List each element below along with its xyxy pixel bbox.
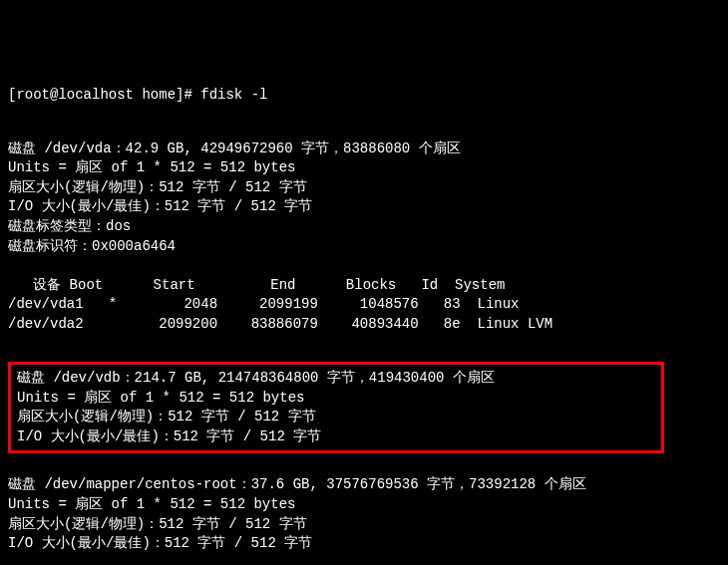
- disk-centos-root-io-size: I/O 大小(最小/最佳)：512 字节 / 512 字节: [8, 535, 312, 551]
- disk-vda-identifier: 磁盘标识符：0x000a6464: [8, 238, 176, 254]
- disk-centos-root-sector-size: 扇区大小(逻辑/物理)：512 字节 / 512 字节: [8, 516, 307, 532]
- terminal-prompt[interactable]: [root@localhost home]# fdisk -l: [8, 86, 720, 106]
- disk-vda-units: Units = 扇区 of 1 * 512 = 512 bytes: [8, 159, 295, 175]
- disk-vda-block: 磁盘 /dev/vda：42.9 GB, 42949672960 字节，8388…: [8, 140, 720, 335]
- disk-vdb-sector-size: 扇区大小(逻辑/物理)：512 字节 / 512 字节: [17, 409, 316, 424]
- disk-vda-io-size: I/O 大小(最小/最佳)：512 字节 / 512 字节: [8, 198, 312, 214]
- disk-vda-label-type: 磁盘标签类型：dos: [8, 218, 131, 234]
- highlighted-disk-vdb-block: 磁盘 /dev/vdb：214.7 GB, 214748364800 字节，41…: [8, 362, 664, 453]
- disk-vda-header: 磁盘 /dev/vda：42.9 GB, 42949672960 字节，8388…: [8, 141, 461, 156]
- partition-table-header: 设备 Boot Start End Blocks Id System: [8, 277, 505, 293]
- disk-centos-root-header: 磁盘 /dev/mapper/centos-root：37.6 GB, 3757…: [8, 476, 586, 492]
- partition-row-vda1: /dev/vda1 * 2048 2099199 1048576 83 Linu…: [8, 296, 519, 312]
- disk-centos-root-units: Units = 扇区 of 1 * 512 = 512 bytes: [8, 496, 295, 512]
- disk-centos-root-block: 磁盘 /dev/mapper/centos-root：37.6 GB, 3757…: [8, 475, 720, 553]
- disk-vda-sector-size: 扇区大小(逻辑/物理)：512 字节 / 512 字节: [8, 179, 307, 195]
- partition-row-vda2: /dev/vda2 2099200 83886079 40893440 8e L…: [8, 316, 552, 332]
- disk-vdb-header: 磁盘 /dev/vdb：214.7 GB, 214748364800 字节，41…: [17, 370, 495, 386]
- disk-vdb-units: Units = 扇区 of 1 * 512 = 512 bytes: [17, 390, 304, 406]
- disk-vdb-io-size: I/O 大小(最小/最佳)：512 字节 / 512 字节: [17, 428, 321, 444]
